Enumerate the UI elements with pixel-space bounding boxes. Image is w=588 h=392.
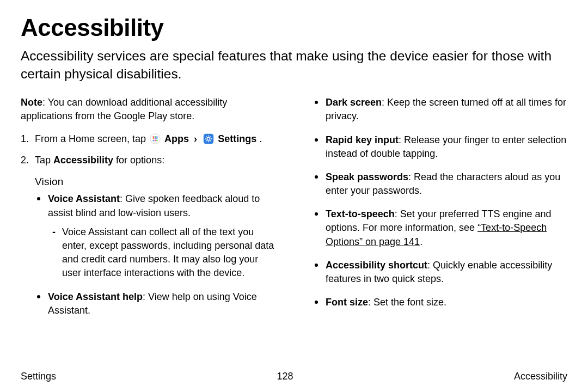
vision-voice-assistant-help: Voice Assistant help: View help on using… xyxy=(35,290,275,317)
settings-gear-icon xyxy=(203,133,214,144)
item-speak-passwords: Speak passwords: Read the characters alo… xyxy=(313,170,567,198)
rapid-key-title: Rapid key input xyxy=(326,134,399,145)
footer-right: Accessibility xyxy=(514,371,567,382)
svg-point-3 xyxy=(156,136,158,138)
svg-point-6 xyxy=(156,138,158,139)
tts-suffix: . xyxy=(420,236,422,247)
content-columns: Note: You can download additional access… xyxy=(21,96,567,327)
footer-left: Settings xyxy=(21,371,56,382)
svg-line-17 xyxy=(210,140,211,140)
item-font-size: Font size: Set the font size. xyxy=(313,296,567,309)
svg-line-16 xyxy=(206,136,207,137)
item-tts: Text-to-speech: Set your preferred TTS e… xyxy=(313,207,567,249)
footer-page-number: 128 xyxy=(277,371,293,382)
note-text: Note: You can download additional access… xyxy=(21,96,275,123)
tts-title: Text-to-speech xyxy=(326,209,395,219)
item-dark-screen: Dark screen: Keep the screen turned off … xyxy=(313,96,567,123)
step-2-suffix: for options: xyxy=(113,155,164,166)
step-2-prefix: Tap xyxy=(35,155,53,166)
vision-heading: Vision xyxy=(35,175,275,189)
note-label: Note xyxy=(21,97,42,108)
step-1-suffix: . xyxy=(256,133,262,144)
apps-label: Apps xyxy=(164,133,189,144)
font-size-title: Font size xyxy=(326,297,368,308)
left-column: Note: You can download additional access… xyxy=(21,96,275,327)
page-title: Accessibility xyxy=(21,14,567,41)
item-shortcut: Accessibility shortcut: Quickly enable a… xyxy=(313,259,567,286)
voice-assistant-help-title: Voice Assistant help xyxy=(48,291,143,302)
svg-point-1 xyxy=(152,136,154,138)
intro-text: Accessibility services are special featu… xyxy=(21,47,567,83)
svg-line-18 xyxy=(206,140,207,140)
chevron-right-icon: › xyxy=(194,133,197,144)
vision-voice-assistant: Voice Assistant: Give spoken feedback al… xyxy=(35,192,275,280)
svg-point-2 xyxy=(155,136,156,138)
page: Accessibility Accessibility services are… xyxy=(0,0,588,392)
svg-point-4 xyxy=(152,138,154,139)
svg-point-8 xyxy=(155,140,156,142)
vision-list: Voice Assistant: Give spoken feedback al… xyxy=(35,192,275,317)
page-footer: Settings 128 Accessibility xyxy=(21,371,567,382)
steps-list: From a Home screen, tap xyxy=(21,132,275,167)
right-list: Dark screen: Keep the screen turned off … xyxy=(313,96,567,309)
step-1: From a Home screen, tap xyxy=(21,132,275,146)
step-2-bold: Accessibility xyxy=(53,155,113,166)
settings-label: Settings xyxy=(218,133,256,144)
apps-icon xyxy=(150,133,161,144)
right-column: Dark screen: Keep the screen turned off … xyxy=(313,96,567,327)
dark-screen-title: Dark screen xyxy=(326,97,382,108)
svg-line-19 xyxy=(210,136,211,137)
speak-passwords-title: Speak passwords xyxy=(326,171,408,182)
shortcut-title: Accessibility shortcut xyxy=(326,260,427,271)
svg-point-5 xyxy=(155,138,156,139)
svg-point-9 xyxy=(156,140,158,142)
step-2: Tap Accessibility for options: xyxy=(21,154,275,167)
voice-assistant-note: Voice Assistant can collect all of the t… xyxy=(50,225,275,280)
voice-assistant-sublist: Voice Assistant can collect all of the t… xyxy=(50,225,275,280)
voice-assistant-title: Voice Assistant xyxy=(48,193,120,204)
note-body: : You can download additional accessibil… xyxy=(21,97,227,121)
svg-point-7 xyxy=(152,140,154,142)
item-rapid-key: Rapid key input: Release your finger to … xyxy=(313,133,567,161)
font-size-text: : Set the font size. xyxy=(368,297,446,308)
step-1-prefix: From a Home screen, tap xyxy=(35,133,149,144)
svg-rect-10 xyxy=(204,133,213,143)
